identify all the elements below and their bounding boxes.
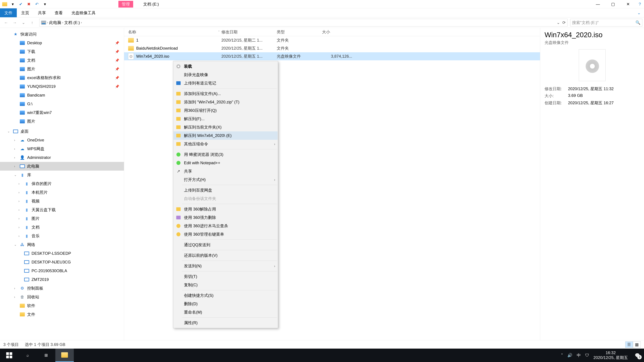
- task-view-button[interactable]: ⊞: [37, 349, 55, 362]
- tray-up-icon[interactable]: ˄: [561, 353, 563, 358]
- qat-undo-icon[interactable]: ↶: [34, 1, 40, 7]
- tree-network-pc[interactable]: DESKTOP-NJEU3CG: [0, 258, 124, 267]
- context-menu-item[interactable]: 复制(C): [174, 281, 278, 289]
- col-size[interactable]: 大小: [322, 29, 356, 35]
- context-menu-item[interactable]: 还原以前的版本(V): [174, 251, 278, 260]
- tab-image-tools[interactable]: 光盘映像工具: [67, 8, 100, 17]
- tree-network[interactable]: 🖧网络: [0, 240, 124, 249]
- context-menu-item[interactable]: 其他压缩命令›: [174, 140, 278, 148]
- chevron-icon[interactable]: ›: [62, 21, 63, 24]
- chevron-icon[interactable]: ›: [47, 21, 48, 24]
- chevron-icon[interactable]: ›: [81, 21, 82, 24]
- tree-quick-item[interactable]: Desktop📌: [0, 38, 124, 47]
- tray-volume-icon[interactable]: 🔊: [567, 353, 572, 358]
- search-button[interactable]: ⌕: [18, 349, 37, 362]
- tab-file[interactable]: 文件: [0, 8, 17, 17]
- address-dropdown-icon[interactable]: ⌄: [556, 20, 560, 25]
- context-menu-item[interactable]: 添加到压缩文件(A)...: [174, 89, 278, 98]
- qat-more-icon[interactable]: ▾: [42, 1, 48, 7]
- file-row[interactable]: 12020/12/15, 星期二 1...文件夹: [124, 36, 540, 44]
- context-menu-item[interactable]: 通过QQ发送到: [174, 241, 278, 249]
- context-menu-item[interactable]: 上传到百度网盘: [174, 186, 278, 194]
- tree-quick-item[interactable]: 图片: [0, 117, 124, 126]
- context-menu-item[interactable]: 解压到当前文件夹(X): [174, 123, 278, 131]
- context-menu-item[interactable]: 添加到 "Win7x64_2020.zip" (T): [174, 98, 278, 106]
- context-menu-item[interactable]: 创建快捷方式(S): [174, 291, 278, 300]
- tree-libraries[interactable]: ▮库: [0, 171, 124, 179]
- tree-quick-item[interactable]: 文档📌: [0, 56, 124, 65]
- context-menu-item[interactable]: ↗共享: [174, 167, 278, 175]
- context-menu-item[interactable]: 刻录光盘映像: [174, 70, 278, 79]
- notification-button[interactable]: 💬3: [632, 350, 642, 360]
- breadcrumb-pc[interactable]: 此电脑: [49, 20, 61, 25]
- tree-lib-item[interactable]: ▮视频: [0, 197, 124, 205]
- context-menu-item[interactable]: 用 蜂蜜浏览器 浏览(3): [174, 150, 278, 159]
- context-menu-item[interactable]: 剪切(T): [174, 272, 278, 281]
- breadcrumb-drive[interactable]: 文档 (E:): [64, 20, 80, 25]
- minimize-button[interactable]: —: [590, 0, 606, 8]
- tree-network-pc[interactable]: PC-20190530OBLA: [0, 267, 124, 275]
- tab-share[interactable]: 共享: [34, 8, 50, 17]
- context-menu-item[interactable]: 装载: [174, 62, 278, 70]
- tree-this-pc[interactable]: 此电脑: [0, 162, 124, 171]
- col-name[interactable]: 名称˄: [124, 29, 221, 35]
- file-row[interactable]: BaiduNetdiskDownload2020/12/25, 星期五 1...…: [124, 44, 540, 52]
- tree-quick-item[interactable]: YUNQISHI2019📌: [0, 82, 124, 91]
- address-bar[interactable]: › 此电脑 › 文档 (E:) › ⌄ ⟳: [39, 19, 568, 26]
- col-type[interactable]: 类型: [277, 29, 322, 35]
- qat-dropdown-icon[interactable]: ▾: [10, 1, 16, 7]
- tree-lib-item[interactable]: ▮音乐: [0, 232, 124, 240]
- context-menu-item[interactable]: 使用 360解除占用: [174, 205, 278, 213]
- maximize-button[interactable]: ▢: [606, 0, 620, 8]
- tree-desktop-root[interactable]: 桌面: [0, 127, 124, 136]
- tree-other-item[interactable]: 软件: [0, 301, 124, 310]
- context-menu-item[interactable]: 删除(D): [174, 300, 278, 308]
- history-dropdown[interactable]: ⌄: [21, 20, 26, 25]
- context-menu-item[interactable]: 打开方式(H)›: [174, 175, 278, 184]
- tree-quick-item[interactable]: 图片📌: [0, 65, 124, 73]
- tray-security-icon[interactable]: 🛡: [585, 353, 589, 358]
- refresh-icon[interactable]: ⟳: [562, 20, 566, 25]
- context-menu-item[interactable]: 使用 360管理右键菜单: [174, 230, 278, 239]
- up-button[interactable]: ↑: [30, 20, 35, 25]
- context-menu-item[interactable]: 解压到(F)...: [174, 115, 278, 123]
- context-menu-item[interactable]: Edit with Notepad++: [174, 159, 278, 167]
- view-icons-button[interactable]: ▦: [633, 341, 641, 348]
- context-menu-item[interactable]: 用360压缩打开(Q): [174, 106, 278, 115]
- tab-view[interactable]: 查看: [50, 8, 67, 17]
- qat-check-icon[interactable]: ✔: [18, 1, 24, 7]
- forward-button[interactable]: →: [12, 20, 18, 25]
- tree-lib-item[interactable]: ▮图片: [0, 214, 124, 223]
- back-button[interactable]: ←: [3, 20, 9, 25]
- taskbar-clock[interactable]: 16:32 2020/12/25, 星期五: [594, 351, 628, 360]
- search-input[interactable]: 搜索"文档 (E:)" 🔍: [570, 19, 642, 26]
- explorer-taskbar-icon[interactable]: [55, 349, 74, 362]
- help-button[interactable]: ?: [636, 0, 644, 8]
- tree-lib-item[interactable]: ▮天翼云盘下载: [0, 205, 124, 214]
- close-button[interactable]: ✕: [620, 0, 636, 8]
- tree-quick-item[interactable]: Bandicam: [0, 91, 124, 99]
- tray-ime-icon[interactable]: 中: [577, 353, 581, 358]
- tree-onedrive[interactable]: ☁OneDrive: [0, 136, 124, 144]
- tab-home[interactable]: 主页: [17, 8, 34, 17]
- context-menu-item[interactable]: 重命名(M): [174, 308, 278, 317]
- tree-lib-item[interactable]: ▮保存的图片: [0, 179, 124, 188]
- ribbon-expand-icon[interactable]: ⌄: [634, 8, 644, 17]
- tree-other-item[interactable]: 文件: [0, 310, 124, 319]
- qat-delete-icon[interactable]: ✖: [26, 1, 32, 7]
- tree-other-item[interactable]: 🗑回收站: [0, 293, 124, 301]
- context-menu-item[interactable]: 使用 360进行木马云查杀: [174, 222, 278, 230]
- tree-quick-item[interactable]: G:\: [0, 99, 124, 108]
- context-menu-item[interactable]: 解压到 Win7x64_2020\ (E): [174, 131, 278, 140]
- context-menu-item[interactable]: 使用 360强力删除: [174, 213, 278, 222]
- tree-quick-item[interactable]: 下载📌: [0, 47, 124, 56]
- context-menu-item[interactable]: 上传到有道云笔记: [174, 79, 278, 87]
- start-button[interactable]: [0, 349, 18, 362]
- context-menu-item[interactable]: 发送到(N)›: [174, 262, 278, 270]
- tree-quick-access[interactable]: ★快速访问: [0, 30, 124, 38]
- file-row[interactable]: Win7x64_2020.iso2020/12/25, 星期五 1...光盘映像…: [124, 52, 540, 60]
- search-icon[interactable]: 🔍: [636, 20, 640, 25]
- col-date[interactable]: 修改日期: [221, 29, 277, 35]
- tree-quick-item[interactable]: excel表格制作求和📌: [0, 73, 124, 82]
- tree-wpsdrive[interactable]: ☁WPS网盘: [0, 144, 124, 153]
